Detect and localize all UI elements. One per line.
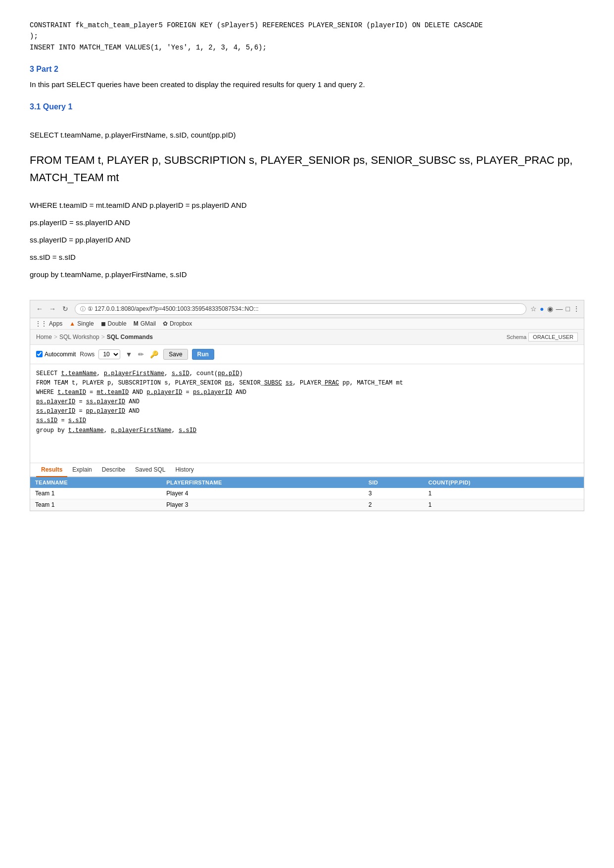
table-cell: Player 4 [161, 488, 363, 499]
browser-window: ← → ↻ ⓘ ① 127.0.0.1:8080/apex/f?p=4500:1… [30, 300, 584, 511]
extension-icon[interactable]: ◉ [547, 305, 553, 313]
editor-line4: ps.playerID = ss.playerID AND [36, 397, 578, 407]
browser-actions: ☆ ● ◉ — □ ⋮ [530, 305, 580, 313]
editor-line7: group by t.teamName, p.playerFirstName, … [36, 426, 578, 435]
col-sid: SID [364, 477, 424, 488]
sql-editor[interactable]: SELECT t.teamName, p.playerFirstName, s.… [30, 364, 584, 463]
bookmarks-bar: ⋮⋮ Apps ▲ Single ◼ Double M GMail ✿ Drop… [30, 318, 584, 330]
double-icon: ◼ [101, 320, 106, 327]
browser-toolbar: ← → ↻ ⓘ ① 127.0.0.1:8080/apex/f?p=4500:1… [30, 300, 584, 318]
dropbox-icon: ✿ [163, 320, 168, 327]
table-row: Team 1Player 431 [30, 488, 584, 499]
ps-line: ps.playerID = ss.playerID AND [30, 216, 584, 229]
apex-breadcrumb: Home > SQL Workshop > SQL Commands Schem… [30, 330, 584, 345]
results-tabs: Results Explain Describe Saved SQL Histo… [30, 463, 584, 477]
ss-line: ss.playerID = pp.playerID AND [30, 233, 584, 246]
format-icon[interactable]: 🔑 [149, 349, 159, 359]
tab-saved-sql[interactable]: Saved SQL [130, 463, 170, 477]
bookmark-gmail[interactable]: M GMail [134, 320, 156, 327]
tab-results[interactable]: Results [36, 463, 67, 477]
rows-label: Rows [80, 351, 94, 358]
security-icon: ⓘ [80, 305, 86, 313]
editor-line5: ss.playerID = pp.playerID AND [36, 407, 578, 416]
star-icon[interactable]: ☆ [530, 305, 537, 313]
constraint-line1: CONSTRAINT fk_match_team_player5 FOREIGN… [30, 20, 584, 53]
bookmark-gmail-label: GMail [141, 320, 156, 327]
group-line: group by t.teamName, p.playerFirstName, … [30, 268, 584, 281]
editor-line3: WHERE t.teamID = mt.teamID AND p.playerI… [36, 388, 578, 397]
table-cell: Player 3 [161, 499, 363, 510]
sort-icon[interactable]: ▼ [124, 349, 133, 359]
bookmark-apps[interactable]: ⋮⋮ Apps [35, 320, 62, 327]
col-teamname: TEAMNAME [30, 477, 161, 488]
section31-heading: 3.1 Query 1 [30, 102, 584, 111]
breadcrumb-sql-workshop[interactable]: SQL Workshop [59, 334, 99, 340]
table-cell: 3 [364, 488, 424, 499]
tab-explain[interactable]: Explain [67, 463, 96, 477]
sql-toolbar: Autocommit Rows 10 25 50 ▼ ✏ 🔑 Save Run [30, 345, 584, 364]
breadcrumb-sep1: > [54, 334, 57, 340]
rows-select[interactable]: 10 25 50 [98, 349, 120, 359]
minimize-icon[interactable]: — [556, 305, 563, 313]
edit-icon[interactable]: ✏ [137, 349, 145, 359]
schema-value: ORACLE_USER [528, 333, 578, 341]
constraint-code-block: CONSTRAINT fk_match_team_player5 FOREIGN… [30, 20, 584, 53]
col-playerfirstname: PLAYERFIRSTNAME [161, 477, 363, 488]
bookmark-double-label: Double [108, 320, 127, 327]
bookmark-single-label: Single [77, 320, 94, 327]
results-table-wrap: TEAMNAME PLAYERFIRSTNAME SID COUNT(PP.PI… [30, 477, 584, 511]
select-line: SELECT t.teamName, p.playerFirstName, s.… [30, 128, 584, 142]
table-cell: Team 1 [30, 488, 161, 499]
where-line: WHERE t.teamID = mt.teamID AND p.playerI… [30, 198, 584, 212]
breadcrumb-home[interactable]: Home [36, 334, 52, 340]
bookmark-dropbox[interactable]: ✿ Dropbox [163, 320, 192, 327]
schema-section: Schema ORACLE_USER [507, 333, 578, 341]
ssid-line: ss.sID = s.sID [30, 250, 584, 264]
section3-heading: 3 Part 2 [30, 65, 584, 74]
bookmark-apps-label: Apps [49, 320, 62, 327]
col-countpppid: COUNT(PP.PID) [424, 477, 584, 488]
bookmark-single[interactable]: ▲ Single [69, 320, 94, 327]
autocommit-container: Autocommit [36, 351, 76, 358]
table-cell: 1 [424, 499, 584, 510]
breadcrumb-sep2: > [101, 334, 105, 340]
profile-icon[interactable]: ● [540, 305, 544, 313]
tab-describe[interactable]: Describe [97, 463, 130, 477]
address-bar[interactable]: ⓘ ① 127.0.0.1:8080/apex/f?p=4500:1003:35… [75, 303, 526, 315]
apps-grid-icon: ⋮⋮ [35, 320, 47, 327]
more-menu-icon[interactable]: ⋮ [573, 305, 580, 313]
gmail-icon: M [134, 320, 139, 327]
tab-history[interactable]: History [170, 463, 198, 477]
address-text: ① 127.0.0.1:8080/apex/f?p=4500:1003:3595… [88, 305, 259, 312]
editor-line6: ss.sID = s.sID [36, 416, 578, 426]
bookmark-dropbox-label: Dropbox [170, 320, 192, 327]
table-header-row: TEAMNAME PLAYERFIRSTNAME SID COUNT(PP.PI… [30, 477, 584, 488]
table-row: Team 1Player 321 [30, 499, 584, 510]
run-button[interactable]: Run [192, 349, 214, 360]
editor-line1: SELECT t.teamName, p.playerFirstName, s.… [36, 369, 578, 379]
autocommit-checkbox[interactable] [36, 351, 43, 357]
breadcrumb-sql-commands: SQL Commands [107, 334, 153, 340]
table-cell: 2 [364, 499, 424, 510]
save-button[interactable]: Save [163, 349, 188, 360]
bookmark-double[interactable]: ◼ Double [101, 320, 127, 327]
document-area: CONSTRAINT fk_match_team_player5 FOREIGN… [0, 0, 614, 295]
browser-nav-buttons: ← → ↻ [34, 303, 71, 314]
table-cell: 1 [424, 488, 584, 499]
editor-line2: FROM TEAM t, PLAYER p, SUBSCRIPTION s, P… [36, 379, 578, 388]
maximize-icon[interactable]: □ [566, 305, 570, 313]
apex-content: Home > SQL Workshop > SQL Commands Schem… [30, 330, 584, 511]
from-line: FROM TEAM t, PLAYER p, SUBSCRIPTION s, P… [30, 151, 584, 186]
breadcrumb-left: Home > SQL Workshop > SQL Commands [36, 334, 153, 340]
forward-button[interactable]: → [47, 303, 58, 314]
table-cell: Team 1 [30, 499, 161, 510]
back-button[interactable]: ← [34, 303, 45, 314]
reload-button[interactable]: ↻ [60, 303, 71, 314]
results-table: TEAMNAME PLAYERFIRSTNAME SID COUNT(PP.PI… [30, 477, 584, 511]
schema-label: Schema [507, 334, 526, 340]
autocommit-label: Autocommit [45, 351, 76, 358]
single-icon: ▲ [69, 320, 75, 327]
section3-text: In this part SELECT queries have been cr… [30, 79, 584, 91]
